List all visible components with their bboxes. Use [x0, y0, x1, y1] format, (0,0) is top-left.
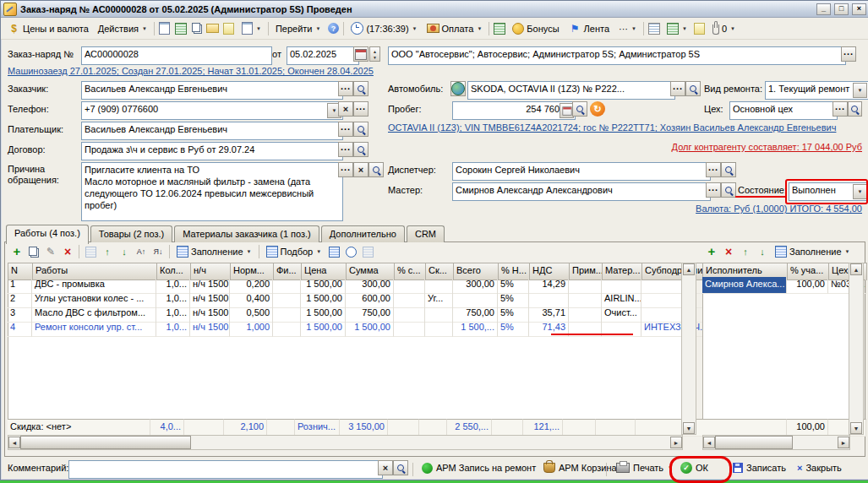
send-dropdown-button[interactable] — [237, 19, 265, 37]
phone-clear-button[interactable] — [338, 101, 353, 117]
delete-row-button[interactable] — [60, 244, 75, 259]
vehicle-info-link[interactable]: OCTAVIA II (1Z3); VIN TMBBE61Z4A2021724;… — [388, 122, 836, 133]
works-cell[interactable]: 1,0... — [156, 320, 190, 337]
master-field[interactable]: Смирнов Александр Александрович — [452, 182, 711, 201]
vehicle-field[interactable]: SKODA, OCTAVIA II (1Z3) № P222... — [467, 81, 675, 100]
list-settings-button[interactable] — [647, 21, 662, 36]
works-cell[interactable]: Ремонт консоли упр. ст... — [32, 320, 156, 337]
executors-vertical-scrollbar[interactable] — [849, 263, 864, 435]
works-total-cell[interactable]: Рознич... — [295, 419, 340, 437]
works-total-cell[interactable] — [563, 419, 596, 437]
tab-works[interactable]: Работы (4 поз.) — [6, 225, 89, 244]
works-horizontal-scrollbar[interactable] — [8, 435, 683, 450]
scroll-left-button[interactable] — [8, 437, 20, 448]
executors-cell[interactable]: Смирнов Алекса... — [702, 277, 787, 294]
works-total-cell[interactable] — [388, 419, 419, 437]
edit-row-button[interactable] — [43, 244, 58, 259]
dispatcher-open-button[interactable] — [721, 162, 736, 177]
works-cell[interactable] — [569, 320, 602, 337]
tab-goods[interactable]: Товары (2 поз.) — [90, 225, 172, 242]
time-button[interactable]: (17:36:39) — [347, 19, 421, 37]
executors-horizontal-scrollbar[interactable] — [702, 435, 850, 450]
works-total-cell[interactable]: 4,0... — [150, 419, 184, 437]
order-number-field[interactable]: АС00000028 — [81, 46, 272, 65]
payer-field[interactable]: Васильев Александр Евгеньевич — [81, 122, 343, 140]
phone-select-button[interactable] — [353, 101, 368, 117]
mileage-refresh-button[interactable] — [590, 101, 605, 117]
executor-up-button[interactable] — [738, 244, 753, 259]
works-time-button[interactable] — [343, 244, 358, 259]
shop-select-button[interactable] — [833, 101, 848, 117]
works-cell[interactable]: 5% — [498, 320, 529, 337]
executors-fill-button[interactable]: Заполнение — [772, 244, 854, 259]
contract-field[interactable]: Продажа з\ч и сервис в Руб от 29.07.24 — [81, 142, 343, 160]
reason-field[interactable]: Пригласите клиента на ТО Масло моторное … — [81, 162, 343, 221]
close-button[interactable]: × — [852, 3, 866, 15]
green-table-button[interactable] — [492, 21, 507, 36]
mileage-field[interactable]: 254 760 — [452, 101, 576, 120]
executors-cell[interactable]: 100,00 — [787, 277, 828, 294]
customer-field[interactable]: Васильев Александр Евгеньевич — [81, 81, 343, 100]
executors-total-cell[interactable] — [702, 419, 787, 437]
mileage-open-button[interactable] — [572, 101, 587, 117]
scroll-down-button[interactable] — [850, 422, 862, 434]
order-timeline-link[interactable]: Машинозаезд 27.01.2025; Создан 27.01.202… — [8, 66, 374, 76]
feed-button[interactable]: Лента — [565, 19, 614, 37]
master-select-button[interactable] — [706, 182, 721, 198]
works-total-cell[interactable] — [184, 419, 224, 437]
works-total-cell[interactable]: Скидка: <нет> — [8, 419, 150, 437]
organization-field[interactable]: ООО "Автосервис"; Автосервис; Администра… — [388, 46, 846, 65]
works-total-cell[interactable]: 3 150,00 — [340, 419, 388, 437]
comment-open-button[interactable] — [393, 460, 408, 475]
scroll-up-button[interactable] — [850, 263, 862, 275]
works-cell[interactable]: 1 500,00 — [346, 320, 394, 337]
works-cell[interactable]: 71,43 — [529, 320, 569, 337]
delete-executor-button[interactable] — [721, 244, 736, 259]
works-cell[interactable] — [425, 320, 453, 337]
works-cell[interactable]: 1 500,00 — [301, 320, 346, 337]
add-executor-button[interactable] — [704, 244, 719, 259]
copy-document-button[interactable] — [189, 21, 205, 36]
vehicle-globe-button[interactable] — [450, 81, 466, 96]
scroll-down-button[interactable] — [683, 422, 695, 434]
works-total-cell[interactable]: 121,... — [523, 419, 563, 437]
comment-clear-button[interactable] — [378, 460, 393, 475]
reason-clear-button[interactable] — [353, 162, 368, 177]
debt-link[interactable]: Долг контрагенту составляет: 17 044,00 Р… — [592, 142, 862, 152]
payer-select-button[interactable] — [338, 122, 353, 137]
scroll-left-button[interactable] — [703, 437, 715, 448]
works-total-cell[interactable] — [492, 419, 523, 437]
executor-down-button[interactable] — [755, 244, 770, 259]
customer-open-button[interactable] — [353, 81, 368, 96]
structure-button[interactable] — [173, 21, 188, 36]
repair-type-combo[interactable]: 1. Текущий ремонт — [765, 81, 868, 100]
attachments-button[interactable]: 0 — [708, 19, 740, 37]
state-combo[interactable]: Выполнен — [789, 182, 868, 201]
executors-total-cell[interactable]: 100,00 — [787, 419, 828, 437]
works-cell[interactable] — [273, 320, 301, 337]
open-document-button[interactable] — [157, 21, 172, 36]
tab-additional[interactable]: Дополнительно — [321, 225, 405, 242]
ok-button[interactable]: ОК — [675, 459, 713, 477]
payment-button[interactable]: Оплата — [423, 19, 487, 37]
currency-total-link[interactable]: Валюта: Руб (1,0000) ИТОГО: 4 554,00 — [643, 204, 862, 214]
scroll-up-button[interactable] — [683, 263, 695, 275]
save-button[interactable]: Записать — [728, 459, 791, 477]
phone-field[interactable]: +7 (909) 0776600 — [81, 101, 343, 120]
contract-open-button[interactable] — [353, 142, 368, 157]
works-cell[interactable]: н/ч 1500... — [190, 320, 230, 337]
order-date-field[interactable]: 05.02.2025 — [287, 46, 359, 65]
master-open-button[interactable] — [721, 182, 736, 198]
works-vertical-scrollbar[interactable] — [681, 263, 696, 435]
sticky-note-button[interactable] — [692, 21, 707, 36]
shop-open-button[interactable] — [848, 101, 862, 117]
chevron-down-icon[interactable] — [853, 184, 867, 199]
actions-button[interactable]: Действия — [94, 19, 151, 37]
maximize-button[interactable]: □ — [834, 3, 849, 15]
prices-currency-button[interactable]: Цены и валюта — [3, 19, 93, 37]
move-down-button[interactable] — [117, 244, 132, 259]
works-cell[interactable]: 1 500,... — [453, 320, 498, 337]
goto-button[interactable]: Перейти — [271, 19, 325, 37]
scrollbar-thumb[interactable] — [20, 436, 191, 449]
help-button[interactable] — [325, 21, 341, 36]
